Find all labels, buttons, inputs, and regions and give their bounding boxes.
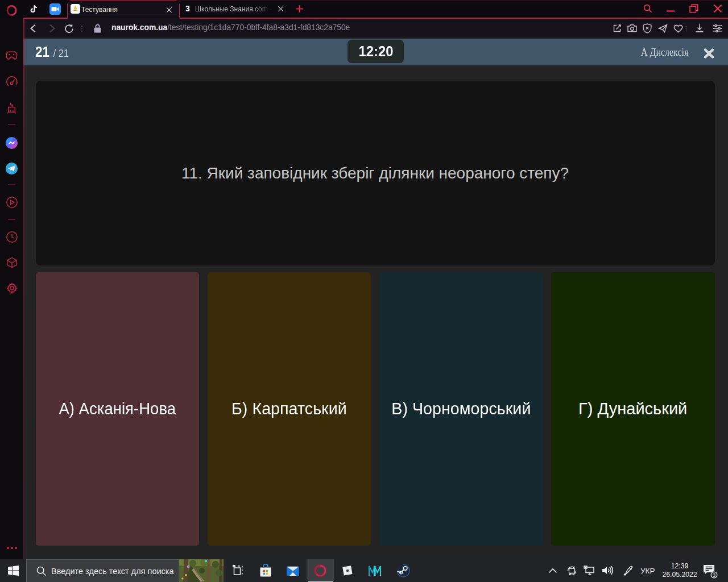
svg-text:3: 3 — [713, 572, 715, 578]
